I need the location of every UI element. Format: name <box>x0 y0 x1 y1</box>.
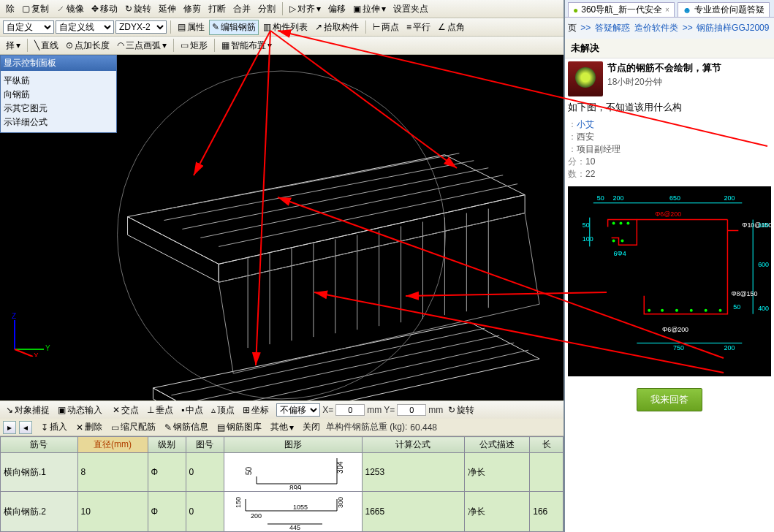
perp-button[interactable]: ⊥垂点 <box>144 403 176 418</box>
obj-snap-button[interactable]: ↘对象捕捉 <box>3 403 53 418</box>
col-grade[interactable]: 级别 <box>148 437 186 453</box>
col-calc[interactable]: 计算公式 <box>362 437 464 453</box>
cell-dia[interactable]: 8 <box>77 453 148 492</box>
extend-button[interactable]: 延伸 <box>156 1 179 17</box>
viewport-3d[interactable]: 显示控制面板 平纵筋 向钢筋 示其它图元 示详细公式 <box>0 55 564 400</box>
zdyx-select[interactable]: ZDYX-2 <box>115 20 167 34</box>
merge-button[interactable]: 合并 <box>230 1 254 17</box>
cell-fig[interactable]: 0 <box>186 492 224 532</box>
dyn-input-button[interactable]: ▣动态输入 <box>55 403 105 418</box>
x-input[interactable] <box>335 404 365 416</box>
insert-button[interactable]: ↧插入 <box>38 419 70 435</box>
other-button[interactable]: 其他▾ <box>268 419 297 435</box>
three-arc-button[interactable]: ◠三点画弧▾ <box>114 38 170 53</box>
rotate-button2[interactable]: ↻旋转 <box>445 403 477 418</box>
cell-desc[interactable]: 净长 <box>464 492 530 532</box>
mirror-button[interactable]: ⟋镜像 <box>53 1 87 17</box>
col-dia[interactable]: 直径(mm) <box>77 437 148 453</box>
cell-name[interactable]: 横向钢筋.1 <box>1 453 78 492</box>
remove-button[interactable]: 除 <box>3 1 18 17</box>
crumb-link[interactable]: 钢筋抽样GGJ2009 <box>697 23 769 33</box>
browser-panel: ● 360导航_新一代安全 × ☻ 专业造价问题答疑 页 >> 答疑解惑 造价软… <box>565 0 774 532</box>
svg-marker-2 <box>128 217 219 283</box>
smart-layout-button[interactable]: ▦智能布置▾ <box>219 38 275 53</box>
cell-shape[interactable]: 304 50 899 <box>224 453 362 492</box>
custom-line-select[interactable]: 自定义线 <box>56 20 114 34</box>
pick-component-button[interactable]: ↗拾取构件 <box>312 20 362 35</box>
cell-dia[interactable]: 10 <box>77 492 148 532</box>
rotate-button[interactable]: ↻旋转 <box>122 1 154 17</box>
mm-label: mm <box>367 405 382 415</box>
coord-button[interactable]: ⊞坐标 <box>240 403 272 418</box>
crumb-link[interactable]: 造价软件类 <box>634 23 678 33</box>
cell-calc[interactable]: 1665 <box>362 492 464 532</box>
cell-desc[interactable]: 净长 <box>464 453 530 492</box>
table-row[interactable]: 横向钢筋.2 10 Φ 0 150 200 1055 <box>1 492 564 532</box>
choose-button[interactable]: 择▾ <box>3 38 23 53</box>
mid-button[interactable]: ▪中点 <box>178 403 206 418</box>
line-button[interactable]: ╲直线 <box>31 38 61 53</box>
crumb-home[interactable]: 页 <box>568 23 577 33</box>
svg-text:100: 100 <box>583 235 593 243</box>
svg-text:6Φ4: 6Φ4 <box>614 250 626 257</box>
vertex-button[interactable]: ▵顶点 <box>208 403 238 418</box>
intersect-button[interactable]: ✕交点 <box>110 403 142 418</box>
chevron-icon: >> <box>683 23 693 33</box>
cell-fig[interactable]: 0 <box>186 453 224 492</box>
col-len[interactable]: 长 <box>530 437 564 453</box>
browser-tab-2[interactable]: ☻ 专业造价问题答疑 <box>678 2 770 17</box>
user-link[interactable]: 小艾 <box>577 119 594 129</box>
svg-text:Z: Z <box>12 313 16 320</box>
custom-select[interactable]: 自定义 <box>3 20 54 34</box>
col-shape[interactable]: 图形 <box>224 437 362 453</box>
browser-tab-1[interactable]: ● 360导航_新一代安全 × <box>568 2 675 17</box>
split-button[interactable]: 分割 <box>255 1 278 17</box>
cell-shape[interactable]: 150 200 1055 300 445 <box>224 492 362 532</box>
offset-button[interactable]: 偏移 <box>325 1 349 17</box>
nav-prev-button[interactable]: ◂ <box>19 421 32 434</box>
col-fig[interactable]: 图号 <box>186 437 224 453</box>
rebar-info-button[interactable]: ✎钢筋信息 <box>162 419 211 435</box>
cell-grade[interactable]: Φ <box>148 492 186 532</box>
cell-calc[interactable]: 1253 <box>362 453 464 492</box>
crumb-link[interactable]: 答疑解惑 <box>595 23 630 33</box>
move-button[interactable]: ✥移动 <box>88 1 121 17</box>
cell-name[interactable]: 横向钢筋.2 <box>1 492 78 532</box>
close-icon[interactable]: × <box>665 6 669 14</box>
cell-len[interactable]: 166 <box>530 492 564 532</box>
answer-button[interactable]: 我来回答 <box>637 388 702 411</box>
svg-point-65 <box>675 309 678 312</box>
stretch-button[interactable]: ▣拉伸▾ <box>350 1 389 17</box>
col-name[interactable]: 筋号 <box>1 437 78 453</box>
copy-button[interactable]: ▢复制 <box>19 1 52 17</box>
align-button[interactable]: ▷对齐▾ <box>287 1 324 17</box>
parallel-button[interactable]: ≡平行 <box>403 20 433 35</box>
table-row[interactable]: 横向钢筋.1 8 Φ 0 304 50 899 <box>1 453 564 492</box>
browser-tabs: ● 360导航_新一代安全 × ☻ 专业造价问题答疑 <box>565 0 774 18</box>
component-list-button[interactable]: ▥构件列表 <box>260 20 311 35</box>
trim-button[interactable]: 修剪 <box>181 1 204 17</box>
toolbar-draw: 择▾ ╲直线 ⊙点加长度 ◠三点画弧▾ ▭矩形 ▦智能布置▾ <box>0 37 564 55</box>
svg-point-68 <box>719 309 722 312</box>
add-len-button[interactable]: ⊙点加长度 <box>63 38 113 53</box>
rebar-table[interactable]: 筋号 直径(mm) 级别 图号 图形 计算公式 公式描述 长 横向钢筋.1 8 <box>0 436 564 532</box>
two-points-button[interactable]: ⊢两点 <box>370 20 402 35</box>
svg-marker-22 <box>153 388 226 400</box>
rect-button[interactable]: ▭矩形 <box>178 38 210 53</box>
y-input[interactable] <box>397 404 426 416</box>
offset-mode-select[interactable]: 不偏移 <box>276 403 320 417</box>
rebar-lib-button[interactable]: ▤钢筋图库 <box>214 419 265 435</box>
scale-rebar-button[interactable]: ▭缩尺配筋 <box>108 419 159 435</box>
delete-button[interactable]: ✕删除 <box>73 419 105 435</box>
break-button[interactable]: 打断 <box>205 1 229 17</box>
cell-grade[interactable]: Φ <box>148 453 186 492</box>
props-button[interactable]: ▤属性 <box>175 20 208 35</box>
point-angle-button[interactable]: ∠点角 <box>435 20 468 35</box>
nav-first-button[interactable]: ▸ <box>3 421 16 434</box>
close-button[interactable]: 关闭 <box>300 419 323 435</box>
edit-rebar-button[interactable]: ✎编辑钢筋 <box>209 20 259 35</box>
cell-len[interactable] <box>530 453 564 492</box>
set-clip-button[interactable]: 设置夹点 <box>390 1 431 17</box>
col-desc[interactable]: 公式描述 <box>464 437 530 453</box>
svg-line-24 <box>188 335 499 400</box>
